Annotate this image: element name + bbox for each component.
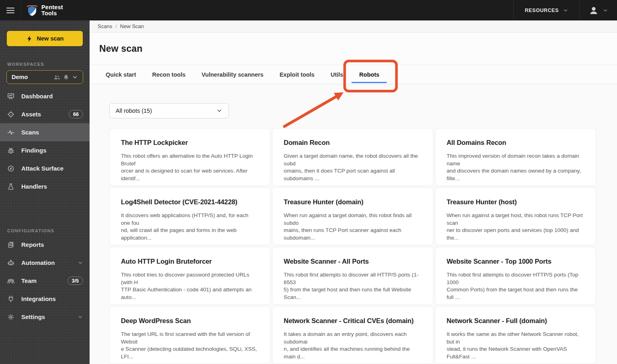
sidebar-item-team[interactable]: Team 3/5	[0, 272, 90, 290]
lightning-bolt-icon	[26, 35, 33, 42]
robot-card-grid: The HTTP Lockpicker This robot offers an…	[109, 128, 596, 364]
sidebar-item-integrations[interactable]: Integrations	[0, 290, 90, 308]
sidebar-item-settings[interactable]: Settings	[0, 308, 90, 326]
configurations-section-label: CONFIGURATIONS	[7, 228, 90, 233]
robot-card[interactable]: Treasure Hunter (domain) When run agains…	[272, 187, 433, 245]
robots-panel: All robots (15) The HTTP Lockpicker This…	[90, 84, 617, 364]
chevron-down-icon	[78, 314, 83, 320]
robot-card-description: It discovers web applications (HTTP/S) a…	[121, 212, 259, 242]
attack-surface-compass-icon	[7, 165, 15, 173]
robots-filter-select[interactable]: All robots (15)	[109, 103, 229, 118]
robot-card-description: This robot first attempts to discover HT…	[447, 271, 584, 301]
workspace-name: Demo	[12, 74, 28, 80]
workspaces-section-label: WORKSPACES	[7, 62, 90, 67]
automation-robot-icon	[7, 259, 15, 267]
robot-card-title: Network Scanner - Full (domain)	[447, 317, 584, 325]
robot-card-description: It takes a domain as an entry point, dis…	[284, 331, 421, 360]
team-people-icon	[7, 277, 15, 285]
breadcrumb: Scans / New Scan	[90, 20, 617, 33]
robot-card-title: Log4Shell Detector (CVE-2021-44228)	[121, 198, 259, 206]
robot-card-description: This robot tries to discover password pr…	[121, 271, 259, 301]
robot-card-description: This robot first attempts to discover al…	[284, 271, 421, 301]
sidebar: New scan WORKSPACES Demo Dashboard	[0, 20, 90, 364]
account-menu[interactable]	[580, 0, 617, 20]
findings-bug-icon	[7, 146, 15, 155]
robot-card[interactable]: Treasure Hunter (host) When run against …	[435, 187, 596, 245]
team-count-badge: 3/5	[67, 277, 83, 285]
tab-recon-tools[interactable]: Recon tools	[152, 65, 186, 84]
sidebar-item-assets[interactable]: Assets 66	[0, 105, 90, 123]
sidebar-item-attack-surface[interactable]: Attack Surface	[0, 159, 90, 177]
robot-card-description: This improved version of domain recon ta…	[447, 153, 584, 182]
tab-robots[interactable]: Robots	[359, 65, 379, 84]
tab-quick-start[interactable]: Quick start	[106, 65, 136, 84]
workspace-selector[interactable]: Demo	[6, 70, 83, 84]
dashboard-icon	[7, 92, 15, 100]
robot-card[interactable]: Deep WordPress Scan The target URL is fi…	[109, 306, 270, 364]
chevron-down-icon	[563, 8, 568, 13]
reports-document-icon	[7, 241, 15, 249]
robot-card-description: When run against a target host, this rob…	[447, 212, 584, 242]
robot-card[interactable]: The HTTP Lockpicker This robot offers an…	[109, 128, 270, 186]
scans-pulse-icon	[7, 128, 15, 136]
robot-card[interactable]: Website Scanner - All Ports This robot f…	[272, 247, 433, 305]
chevron-down-icon	[78, 260, 83, 266]
assets-count-badge: 66	[69, 110, 83, 118]
robot-card-description: This robot offers an alternative to the …	[121, 153, 259, 182]
tab-vulnerability-scanners[interactable]: Vulnerability scanners	[202, 65, 264, 84]
robot-card-title: The HTTP Lockpicker	[121, 139, 259, 146]
robot-card[interactable]: Website Scanner - Top 1000 Ports This ro…	[435, 247, 596, 305]
pentest-tools-logo-icon	[26, 4, 38, 17]
resources-label: RESOURCES	[525, 8, 559, 13]
bell-icon	[63, 74, 69, 80]
user-avatar-icon	[588, 5, 599, 16]
members-icon	[53, 74, 60, 80]
robots-filter-value: All robots (15)	[116, 108, 152, 114]
chevron-down-icon	[603, 8, 608, 13]
robot-card-description: When run against a target domain, this r…	[284, 212, 421, 242]
tab-utils[interactable]: Utils	[331, 65, 343, 84]
breadcrumb-new-scan: New Scan	[120, 23, 144, 29]
chevron-down-icon	[72, 74, 78, 80]
robot-card-title: Domain Recon	[284, 139, 421, 146]
robot-card-title: Website Scanner - Top 1000 Ports	[447, 258, 584, 265]
assets-target-icon	[7, 110, 15, 118]
sidebar-item-automation[interactable]: Automation	[0, 254, 90, 272]
sidebar-item-dashboard[interactable]: Dashboard	[0, 87, 90, 105]
robot-card[interactable]: Auto HTTP Login Bruteforcer This robot t…	[109, 247, 270, 305]
robot-card[interactable]: Network Scanner - Full (domain) It works…	[435, 306, 596, 364]
breadcrumb-scans[interactable]: Scans	[98, 23, 112, 29]
brand-logo[interactable]: Pentest Tools	[21, 0, 63, 20]
sidebar-item-findings[interactable]: Findings	[0, 141, 90, 159]
robot-card-title: Treasure Hunter (domain)	[284, 198, 421, 206]
robot-card[interactable]: Log4Shell Detector (CVE-2021-44228) It d…	[109, 187, 270, 245]
robot-card-title: Auto HTTP Login Bruteforcer	[121, 258, 259, 265]
robot-card-title: Treasure Hunter (host)	[447, 198, 584, 206]
sidebar-item-handlers[interactable]: Handlers	[0, 177, 90, 195]
hamburger-menu-icon[interactable]	[0, 0, 21, 20]
breadcrumb-separator: /	[115, 23, 117, 29]
brand-line1: Pentest	[41, 4, 63, 10]
tab-bar: Quick start Recon tools Vulnerability sc…	[90, 65, 617, 84]
top-header: Pentest Tools RESOURCES	[0, 0, 617, 20]
robot-card-title: Deep WordPress Scan	[121, 317, 259, 325]
sidebar-item-reports[interactable]: Reports	[0, 236, 90, 254]
brand-line2: Tools	[41, 10, 63, 16]
sidebar-item-scans[interactable]: Scans	[0, 123, 90, 141]
robot-card-description: Given a target domain name, the robot di…	[284, 153, 421, 182]
tab-exploit-tools[interactable]: Exploit tools	[280, 65, 315, 84]
new-scan-button[interactable]: New scan	[7, 31, 83, 46]
robot-card[interactable]: All Domains Recon This improved version …	[435, 128, 596, 186]
settings-gear-icon	[7, 313, 15, 321]
robot-card-description: The target URL is first scanned with the…	[121, 331, 259, 360]
main-content: Scans / New Scan New scan Quick start Re…	[90, 20, 617, 364]
integrations-plug-icon	[7, 295, 15, 303]
resources-menu[interactable]: RESOURCES	[513, 0, 580, 20]
robot-card[interactable]: Network Scanner - Critical CVEs (domain)…	[272, 306, 433, 364]
robot-card-title: All Domains Recon	[447, 139, 584, 146]
page-title: New scan	[99, 43, 143, 54]
handlers-flask-icon	[7, 183, 15, 191]
robot-card[interactable]: Domain Recon Given a target domain name,…	[272, 128, 433, 186]
robot-card-description: It works the same as the other Network S…	[447, 331, 584, 360]
title-bar: New scan	[90, 33, 617, 65]
